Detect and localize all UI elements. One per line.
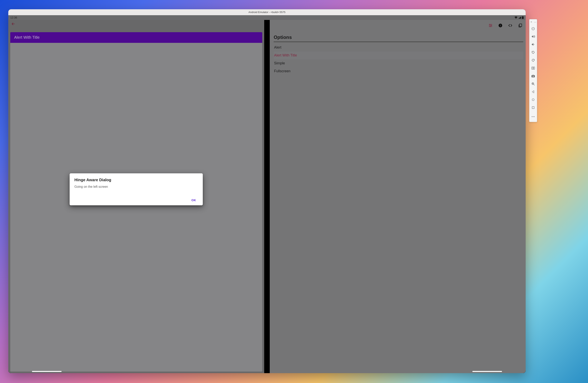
emulator-window: Android Emulator - <build>:5575 12:36 <box>8 9 526 373</box>
option-label: Fullscreen <box>274 69 291 73</box>
hinge <box>264 20 270 373</box>
power-icon[interactable] <box>531 25 535 33</box>
back-arrow-icon[interactable] <box>11 22 15 27</box>
left-content <box>10 43 262 372</box>
tune-icon[interactable] <box>488 23 493 28</box>
svg-rect-9 <box>532 67 533 69</box>
svg-point-13 <box>532 99 534 101</box>
options-block: Options AlertAlert With TitleSimpleFulls… <box>274 35 523 75</box>
left-appbar: Alert With Title <box>10 32 262 43</box>
option-item[interactable]: Alert With Title <box>274 51 523 59</box>
dialog-actions: OK <box>74 197 198 203</box>
window-title: Android Emulator - <build>:5575 <box>249 11 285 14</box>
svg-point-11 <box>533 76 534 77</box>
rotate-right-icon[interactable] <box>531 56 535 64</box>
option-item[interactable]: Simple <box>274 59 523 67</box>
dual-pane-area: Alert With Title Hinge Aware Dialog Goin… <box>8 20 526 373</box>
emulator-body: 12:36 <box>8 15 526 373</box>
camera-icon[interactable] <box>531 72 535 80</box>
overview-icon[interactable] <box>531 104 535 112</box>
info-icon[interactable] <box>498 23 503 28</box>
svg-rect-14 <box>532 107 534 109</box>
right-pane: Options AlertAlert With TitleSimpleFulls… <box>270 20 526 373</box>
signal-icon <box>518 16 521 19</box>
back-icon[interactable] <box>531 88 535 96</box>
desktop-background: Android Emulator - <build>:5575 12:36 <box>0 0 588 383</box>
svg-rect-1 <box>491 25 492 26</box>
options-list: AlertAlert With TitleSimpleFullscreen <box>274 44 523 75</box>
svg-point-16 <box>533 116 533 117</box>
left-appbar-title: Alert With Title <box>14 35 40 40</box>
code-icon[interactable] <box>508 23 513 28</box>
dialog-message: Going on the left screen <box>74 185 198 189</box>
option-label: Alert <box>274 45 281 49</box>
svg-rect-0 <box>489 24 490 25</box>
option-item[interactable]: Fullscreen <box>274 67 523 75</box>
dialog-ok-button[interactable]: OK <box>189 197 198 203</box>
foldable-icon[interactable] <box>531 64 535 72</box>
copy-icon[interactable] <box>518 23 523 28</box>
home-icon[interactable] <box>531 96 535 104</box>
emulator-side-toolbar: ✕ — <box>529 19 537 122</box>
more-icon[interactable] <box>531 113 535 121</box>
volume-down-icon[interactable] <box>531 41 535 48</box>
option-label: Alert With Title <box>274 53 297 57</box>
window-titlebar[interactable]: Android Emulator - <build>:5575 <box>8 9 526 15</box>
svg-rect-10 <box>533 67 535 69</box>
battery-icon <box>522 16 524 19</box>
zoom-icon[interactable] <box>531 80 535 88</box>
svg-point-15 <box>532 116 532 117</box>
volume-up-icon[interactable] <box>531 33 535 41</box>
panel-close-icon[interactable]: ✕ <box>530 21 532 23</box>
left-pane: Alert With Title Hinge Aware Dialog Goin… <box>8 20 264 373</box>
status-time: 12:36 <box>10 16 17 19</box>
svg-point-17 <box>534 116 535 117</box>
option-item[interactable]: Alert <box>274 44 523 51</box>
alert-dialog: Hinge Aware Dialog Going on the left scr… <box>70 173 203 205</box>
option-label: Simple <box>274 61 285 65</box>
dialog-title: Hinge Aware Dialog <box>74 178 198 182</box>
options-heading: Options <box>274 35 523 42</box>
svg-rect-6 <box>519 24 522 26</box>
android-status-bar: 12:36 <box>8 15 526 20</box>
svg-rect-5 <box>500 24 501 25</box>
left-toolbar <box>8 20 264 29</box>
panel-minimize-icon[interactable]: — <box>534 21 536 23</box>
svg-rect-2 <box>490 26 490 27</box>
svg-rect-4 <box>500 25 501 26</box>
wifi-icon <box>514 16 518 19</box>
status-icons <box>514 16 524 19</box>
right-toolbar <box>270 20 526 31</box>
rotate-left-icon[interactable] <box>531 48 535 56</box>
